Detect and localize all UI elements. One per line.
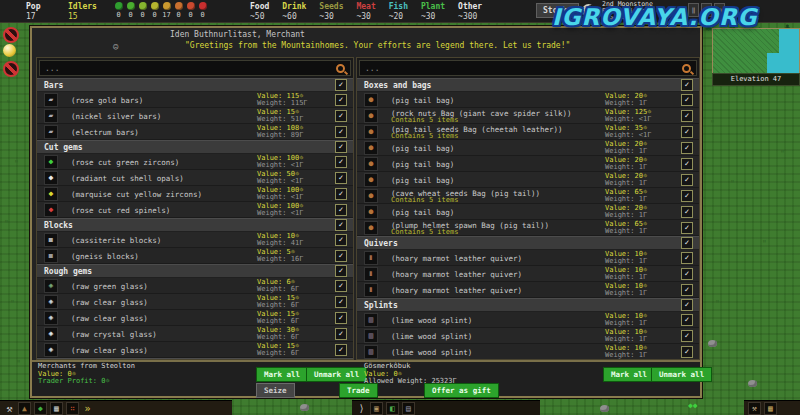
trade-item-row[interactable]: ●(cave wheat seeds Bag (pig tail))Contai… bbox=[357, 188, 699, 204]
item-checkbox[interactable]: ✓ bbox=[681, 237, 693, 249]
item-checkbox[interactable]: ✓ bbox=[335, 280, 347, 292]
item-checkbox[interactable]: ✓ bbox=[335, 126, 347, 138]
mark-all-fort-button[interactable]: Mark all bbox=[603, 367, 655, 382]
trade-item-row[interactable]: ●(pig tail bag)Value: 20☼Weight: 1Γ✓ bbox=[357, 172, 699, 188]
plants-tool-icon[interactable]: ◆ bbox=[34, 402, 47, 415]
alert-indicator[interactable]: 0 bbox=[126, 2, 135, 19]
item-checkbox[interactable]: ✓ bbox=[335, 296, 347, 308]
more-tools-icon[interactable]: » bbox=[82, 403, 93, 414]
item-checkbox[interactable]: ✓ bbox=[681, 190, 693, 202]
section-header[interactable]: Quivers✓ bbox=[357, 236, 699, 250]
zone-toggle-icon[interactable]: ◧ bbox=[386, 402, 399, 415]
trade-item-row[interactable]: ◼(gneiss blocks)Value: 5☼Weight: 16Γ✓ bbox=[37, 248, 353, 264]
item-checkbox[interactable]: ✓ bbox=[681, 126, 693, 138]
mark-all-merchant-button[interactable]: Mark all bbox=[256, 367, 308, 382]
item-checkbox[interactable]: ✓ bbox=[335, 156, 347, 168]
stockpile-tool-icon[interactable]: ▦ bbox=[50, 402, 63, 415]
section-header[interactable]: Blocks✓ bbox=[37, 218, 353, 232]
item-checkbox[interactable]: ✓ bbox=[335, 172, 347, 184]
item-checkbox[interactable]: ✓ bbox=[681, 94, 693, 106]
forbid-icon[interactable] bbox=[3, 61, 19, 77]
alert-indicator[interactable]: 0 bbox=[198, 2, 207, 19]
trade-item-row[interactable]: ◆(rose cut red spinels)Value: 100☼Weight… bbox=[37, 202, 353, 218]
traffic-tool-icon[interactable]: ∷ bbox=[66, 402, 79, 415]
trade-item-row[interactable]: ●(plump helmet spawn Bag (pig tail))Cont… bbox=[357, 220, 699, 236]
item-checkbox[interactable]: ✓ bbox=[681, 79, 693, 91]
section-header[interactable]: Bars✓ bbox=[37, 78, 353, 92]
item-checkbox[interactable]: ✓ bbox=[335, 141, 347, 153]
trade-item-row[interactable]: ●(rock nuts Bag (giant cave spider silk)… bbox=[357, 108, 699, 124]
item-checkbox[interactable]: ✓ bbox=[681, 330, 693, 342]
trade-item-row[interactable]: ◆(radiant cut shell opals)Value: 50☼Weig… bbox=[37, 170, 353, 186]
trade-item-row[interactable]: ◆(marquise cut yellow zircons)Value: 100… bbox=[37, 186, 353, 202]
merchant-search-input[interactable] bbox=[40, 61, 350, 75]
mining-tool-icon[interactable]: ⚒ bbox=[4, 403, 15, 414]
item-checkbox[interactable]: ✓ bbox=[681, 222, 693, 234]
alert-indicator[interactable]: 17 bbox=[162, 2, 171, 19]
item-checkbox[interactable]: ✓ bbox=[335, 94, 347, 106]
trade-item-row[interactable]: ▰(nickel silver bars)Value: 15☼Weight: 5… bbox=[37, 108, 353, 124]
item-checkbox[interactable]: ✓ bbox=[681, 174, 693, 186]
trade-item-row[interactable]: ●(pig tail bag)Value: 20☼Weight: 1Γ✓ bbox=[357, 204, 699, 220]
item-checkbox[interactable]: ✓ bbox=[335, 219, 347, 231]
item-checkbox[interactable]: ✓ bbox=[681, 206, 693, 218]
map-tool-icon[interactable]: ⚒ bbox=[748, 402, 761, 415]
trade-item-row[interactable]: ◆(rose cut green zircons)Value: 100☼Weig… bbox=[37, 154, 353, 170]
section-header[interactable]: Boxes and bags✓ bbox=[357, 78, 699, 92]
trade-button[interactable]: Trade bbox=[339, 383, 378, 398]
item-checkbox[interactable]: ✓ bbox=[335, 79, 347, 91]
trade-item-row[interactable]: ●(pig tail bag)Value: 20☼Weight: 1Γ✓ bbox=[357, 92, 699, 108]
trade-item-row[interactable]: ●(pig tail bag)Value: 20☼Weight: 1Γ✓ bbox=[357, 140, 699, 156]
trade-item-row[interactable]: ◈(raw green glass)Value: 6☼Weight: 6Γ✓ bbox=[37, 278, 353, 294]
trade-item-row[interactable]: ▰(electrum bars)Value: 108☼Weight: 89Γ✓ bbox=[37, 124, 353, 140]
alert-indicator[interactable]: 0 bbox=[186, 2, 195, 19]
unmark-all-merchant-button[interactable]: Unmark all bbox=[306, 367, 367, 382]
item-checkbox[interactable]: ✓ bbox=[335, 204, 347, 216]
alert-indicator[interactable]: 0 bbox=[138, 2, 147, 19]
trade-item-row[interactable]: ◈(raw clear glass)Value: 15☼Weight: 6Γ✓ bbox=[37, 342, 353, 358]
workshop-tool-icon[interactable]: ▲ bbox=[18, 402, 31, 415]
alert-indicator[interactable]: 0 bbox=[114, 2, 123, 19]
item-checkbox[interactable]: ✓ bbox=[335, 312, 347, 324]
minecart-icon[interactable]: ▣ bbox=[370, 402, 383, 415]
dig-cursor-icon[interactable]: ⟩ bbox=[356, 403, 367, 414]
item-checkbox[interactable]: ✓ bbox=[335, 328, 347, 340]
forbid-icon[interactable] bbox=[3, 27, 19, 43]
item-checkbox[interactable]: ✓ bbox=[335, 344, 347, 356]
item-checkbox[interactable]: ✓ bbox=[681, 346, 693, 358]
alert-indicator[interactable]: 0 bbox=[174, 2, 183, 19]
item-checkbox[interactable]: ✓ bbox=[681, 142, 693, 154]
item-checkbox[interactable]: ✓ bbox=[681, 158, 693, 170]
section-header[interactable]: Splints✓ bbox=[357, 298, 699, 312]
trade-item-row[interactable]: ▥(lime wood splint)Value: 10☼Weight: 1Γ✓ bbox=[357, 344, 699, 360]
trade-item-row[interactable]: ▮(hoary marmot leather quiver)Value: 10☼… bbox=[357, 282, 699, 298]
item-checkbox[interactable]: ✓ bbox=[335, 188, 347, 200]
trade-item-row[interactable]: ●(pig tail bag)Value: 20☼Weight: 1Γ✓ bbox=[357, 156, 699, 172]
section-header[interactable]: Rough gems✓ bbox=[37, 264, 353, 278]
trade-item-row[interactable]: ◈(raw clear glass)Value: 15☼Weight: 6Γ✓ bbox=[37, 310, 353, 326]
offer-gift-button[interactable]: Offer as gift bbox=[424, 383, 499, 398]
item-checkbox[interactable]: ✓ bbox=[681, 110, 693, 122]
orb-icon[interactable] bbox=[3, 44, 16, 57]
minimap[interactable] bbox=[712, 28, 800, 74]
section-header[interactable]: Cut gems✓ bbox=[37, 140, 353, 154]
trade-item-row[interactable]: ▮(hoary marmot leather quiver)Value: 10☼… bbox=[357, 250, 699, 266]
item-checkbox[interactable]: ✓ bbox=[681, 252, 693, 264]
item-checkbox[interactable]: ✓ bbox=[335, 234, 347, 246]
trade-item-row[interactable]: ◼(cassiterite blocks)Value: 10☼Weight: 4… bbox=[37, 232, 353, 248]
item-checkbox[interactable]: ✓ bbox=[681, 284, 693, 296]
calendar-icon[interactable]: ▤ bbox=[402, 402, 415, 415]
trade-item-row[interactable]: ▰(rose gold bars)Value: 115☼Weight: 115Γ… bbox=[37, 92, 353, 108]
alert-indicator[interactable]: 0 bbox=[150, 2, 159, 19]
unmark-all-fort-button[interactable]: Unmark all bbox=[651, 367, 712, 382]
fort-search-input[interactable] bbox=[360, 61, 696, 75]
item-checkbox[interactable]: ✓ bbox=[681, 299, 693, 311]
item-checkbox[interactable]: ✓ bbox=[681, 268, 693, 280]
trade-item-row[interactable]: ▥(lime wood splint)Value: 10☼Weight: 1Γ✓ bbox=[357, 312, 699, 328]
trade-item-row[interactable]: ▮(hoary marmot leather quiver)Value: 10☼… bbox=[357, 266, 699, 282]
item-checkbox[interactable]: ✓ bbox=[335, 265, 347, 277]
seize-button[interactable]: Seize bbox=[256, 383, 295, 398]
trade-item-row[interactable]: ●(pig tail seeds Bag (cheetah leather))C… bbox=[357, 124, 699, 140]
trade-item-row[interactable]: ◈(raw clear glass)Value: 15☼Weight: 6Γ✓ bbox=[37, 294, 353, 310]
item-checkbox[interactable]: ✓ bbox=[335, 110, 347, 122]
